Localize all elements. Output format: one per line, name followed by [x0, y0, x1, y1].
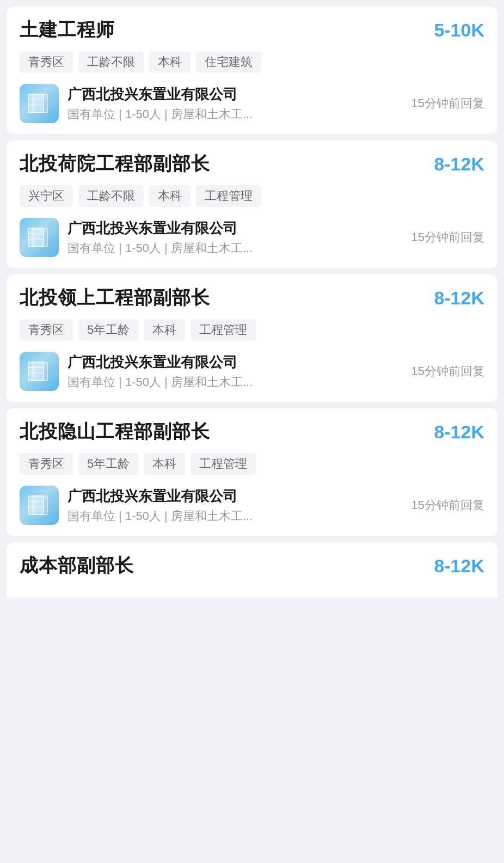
job-list: 土建工程师5-10K青秀区工龄不限本科住宅建筑 广西北投兴东置业有限公司国有单位…: [0, 0, 504, 604]
reply-time: 15分钟前回复: [411, 95, 484, 112]
job-tag: 5年工龄: [78, 319, 138, 341]
job-tags: 青秀区工龄不限本科住宅建筑: [20, 51, 484, 73]
company-row: 广西北投兴东置业有限公司国有单位 | 1-50人 | 房屋和土木工...15分钟…: [20, 84, 484, 123]
company-name: 广西北投兴东置业有限公司: [67, 353, 403, 372]
job-salary: 8-12K: [434, 287, 484, 309]
job-salary: 5-10K: [434, 20, 484, 41]
company-name: 广西北投兴东置业有限公司: [67, 219, 403, 238]
job-tag: 工程管理: [196, 185, 261, 207]
job-tag: 青秀区: [20, 319, 73, 341]
company-meta: 国有单位 | 1-50人 | 房屋和土木工...: [67, 240, 403, 256]
company-meta: 国有单位 | 1-50人 | 房屋和土木工...: [67, 508, 403, 524]
job-header: 北投隐山工程部副部长8-12K: [20, 419, 484, 444]
company-info: 广西北投兴东置业有限公司国有单位 | 1-50人 | 房屋和土木工...: [67, 219, 403, 256]
company-info: 广西北投兴东置业有限公司国有单位 | 1-50人 | 房屋和土木工...: [67, 353, 403, 390]
job-tag: 青秀区: [20, 453, 73, 475]
job-tag: 本科: [144, 453, 185, 475]
job-card[interactable]: 土建工程师5-10K青秀区工龄不限本科住宅建筑 广西北投兴东置业有限公司国有单位…: [7, 7, 497, 134]
company-meta: 国有单位 | 1-50人 | 房屋和土木工...: [67, 106, 403, 123]
job-tags: 青秀区5年工龄本科工程管理: [20, 453, 484, 475]
company-name: 广西北投兴东置业有限公司: [67, 85, 403, 104]
job-header: 北投领上工程部副部长8-12K: [20, 285, 484, 310]
job-tag: 工龄不限: [78, 185, 144, 207]
company-row: 广西北投兴东置业有限公司国有单位 | 1-50人 | 房屋和土木工...15分钟…: [20, 218, 484, 257]
company-logo: [20, 218, 59, 257]
job-tag: 本科: [144, 319, 185, 341]
job-tag: 5年工龄: [78, 453, 138, 475]
reply-time: 15分钟前回复: [411, 229, 484, 246]
job-tag: 本科: [149, 185, 190, 207]
job-card[interactable]: 成本部副部长8-12K: [7, 542, 497, 598]
job-card[interactable]: 北投荷院工程部副部长8-12K兴宁区工龄不限本科工程管理 广西北投兴东置业有限公…: [7, 140, 497, 268]
job-title: 土建工程师: [20, 17, 115, 42]
company-logo: [20, 84, 59, 123]
job-tag: 兴宁区: [20, 185, 73, 207]
job-tag: 工程管理: [190, 453, 256, 475]
job-tags: 兴宁区工龄不限本科工程管理: [20, 185, 484, 207]
job-title: 北投荷院工程部副部长: [20, 151, 210, 176]
job-tag: 工龄不限: [78, 51, 144, 73]
job-tag: 工程管理: [190, 319, 256, 341]
reply-time: 15分钟前回复: [411, 497, 484, 513]
job-tags: 青秀区5年工龄本科工程管理: [20, 319, 484, 341]
job-header: 土建工程师5-10K: [20, 17, 484, 42]
company-logo: [20, 352, 59, 391]
job-title: 北投隐山工程部副部长: [20, 419, 210, 444]
company-info: 广西北投兴东置业有限公司国有单位 | 1-50人 | 房屋和土木工...: [67, 85, 403, 123]
job-salary: 8-12K: [434, 555, 484, 577]
job-title: 成本部副部长: [20, 553, 134, 578]
company-meta: 国有单位 | 1-50人 | 房屋和土木工...: [67, 374, 403, 390]
company-row: 广西北投兴东置业有限公司国有单位 | 1-50人 | 房屋和土木工...15分钟…: [20, 352, 484, 391]
job-title: 北投领上工程部副部长: [20, 285, 210, 310]
job-card[interactable]: 北投领上工程部副部长8-12K青秀区5年工龄本科工程管理 广西北投兴东置业有限公…: [7, 274, 497, 402]
job-salary: 8-12K: [434, 421, 484, 443]
company-name: 广西北投兴东置业有限公司: [67, 487, 403, 506]
company-logo: [20, 486, 59, 525]
company-info: 广西北投兴东置业有限公司国有单位 | 1-50人 | 房屋和土木工...: [67, 487, 403, 524]
job-header: 成本部副部长8-12K: [20, 553, 484, 578]
job-tag: 本科: [149, 51, 190, 73]
company-row: 广西北投兴东置业有限公司国有单位 | 1-50人 | 房屋和土木工...15分钟…: [20, 486, 484, 525]
job-card[interactable]: 北投隐山工程部副部长8-12K青秀区5年工龄本科工程管理 广西北投兴东置业有限公…: [7, 408, 497, 536]
job-tag: 住宅建筑: [196, 51, 261, 73]
job-header: 北投荷院工程部副部长8-12K: [20, 151, 484, 176]
job-salary: 8-12K: [434, 154, 484, 175]
reply-time: 15分钟前回复: [411, 363, 484, 380]
job-tag: 青秀区: [20, 51, 73, 73]
